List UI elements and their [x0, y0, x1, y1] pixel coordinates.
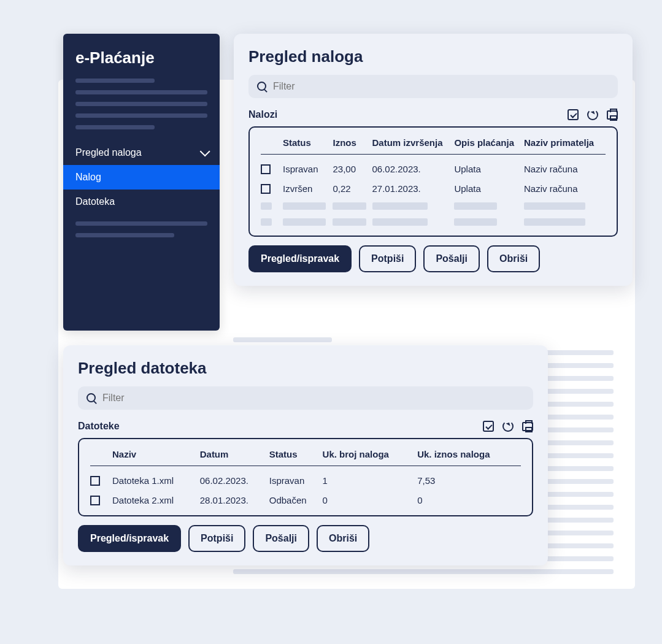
- filter-input[interactable]: [273, 81, 609, 92]
- table-container: Status Iznos Datum izvršenja Opis plaćan…: [248, 126, 618, 237]
- filter-input[interactable]: [102, 393, 525, 404]
- chevron-down-icon: [200, 146, 210, 156]
- placeholder-row: [261, 210, 606, 226]
- col-broj: Uk. broj naloga: [323, 449, 418, 466]
- row-checkbox[interactable]: [90, 476, 100, 486]
- col-naziv: Naziv: [112, 449, 200, 466]
- col-datum: Datum izvršenja: [372, 137, 455, 155]
- col-status: Status: [283, 137, 333, 155]
- table-subheader: Datoteke: [78, 421, 120, 432]
- placeholder-row: [261, 194, 606, 210]
- panel-pregled-datoteka: Pregled datoteka Datoteke Naziv Datum St…: [63, 345, 548, 565]
- table-header-row: Status Iznos Datum izvršenja Opis plaćan…: [261, 137, 606, 155]
- sidebar-item-datoteka[interactable]: Datoteka: [63, 190, 220, 214]
- col-opis: Opis plaćanja: [454, 137, 524, 155]
- potpisi-button[interactable]: Potpiši: [188, 525, 245, 552]
- row-checkbox[interactable]: [90, 496, 100, 505]
- table-subheader: Nalozi: [248, 109, 277, 120]
- col-iznos: Iznos: [333, 137, 372, 155]
- table-row[interactable]: Ispravan 23,00 06.02.2023. Uplata Naziv …: [261, 155, 606, 175]
- print-icon[interactable]: [522, 422, 533, 431]
- refresh-icon[interactable]: [587, 109, 598, 120]
- col-status: Status: [269, 449, 323, 466]
- col-datum: Datum: [200, 449, 269, 466]
- table-row[interactable]: Datoteka 2.xml 28.01.2023. Odbačen 0 0: [90, 486, 521, 505]
- sidebar-item-label: Datoteka: [75, 196, 115, 207]
- col-naziv: Naziv primatelja: [524, 137, 606, 155]
- pregled-button[interactable]: Pregled/ispravak: [248, 245, 352, 272]
- col-iznos: Uk. iznos naloga: [417, 449, 521, 466]
- row-checkbox[interactable]: [261, 164, 271, 174]
- panel-pregled-naloga: Pregled naloga Nalozi Status Iznos Datum…: [234, 34, 633, 286]
- sidebar-placeholder-lines: [63, 214, 220, 248]
- search-icon: [257, 82, 267, 91]
- posalji-button[interactable]: Pošalji: [253, 525, 309, 552]
- sidebar-item-label: Nalog: [75, 172, 101, 183]
- filter-bar[interactable]: [248, 75, 618, 98]
- pregled-button[interactable]: Pregled/ispravak: [78, 525, 181, 552]
- refresh-icon[interactable]: [502, 421, 514, 432]
- panel-title: Pregled datoteka: [78, 359, 533, 378]
- print-icon[interactable]: [607, 110, 618, 120]
- obrisi-button[interactable]: Obriši: [317, 525, 369, 552]
- sidebar-placeholder-lines: [63, 79, 220, 140]
- sidebar-item-pregled-naloga[interactable]: Pregled naloga: [63, 140, 220, 165]
- table-row[interactable]: Datoteka 1.xml 06.02.2023. Ispravan 1 7,…: [90, 466, 521, 486]
- sidebar-item-label: Pregled naloga: [75, 147, 142, 158]
- potpisi-button[interactable]: Potpiši: [359, 245, 416, 272]
- table-row[interactable]: Izvršen 0,22 27.01.2023. Uplata Naziv ra…: [261, 174, 606, 194]
- search-icon: [87, 393, 96, 403]
- sidebar-title: e-Plaćanje: [63, 34, 220, 79]
- obrisi-button[interactable]: Obriši: [487, 245, 540, 272]
- select-all-icon[interactable]: [483, 421, 494, 432]
- panel-title: Pregled naloga: [248, 47, 618, 66]
- table-container: Naziv Datum Status Uk. broj naloga Uk. i…: [78, 438, 533, 516]
- row-checkbox[interactable]: [261, 184, 271, 194]
- sidebar: e-Plaćanje Pregled naloga Nalog Datoteka: [63, 34, 220, 331]
- filter-bar[interactable]: [78, 386, 533, 410]
- sidebar-item-nalog[interactable]: Nalog: [63, 165, 220, 190]
- table-header-row: Naziv Datum Status Uk. broj naloga Uk. i…: [90, 449, 521, 466]
- select-all-icon[interactable]: [568, 109, 579, 120]
- posalji-button[interactable]: Pošalji: [423, 245, 480, 272]
